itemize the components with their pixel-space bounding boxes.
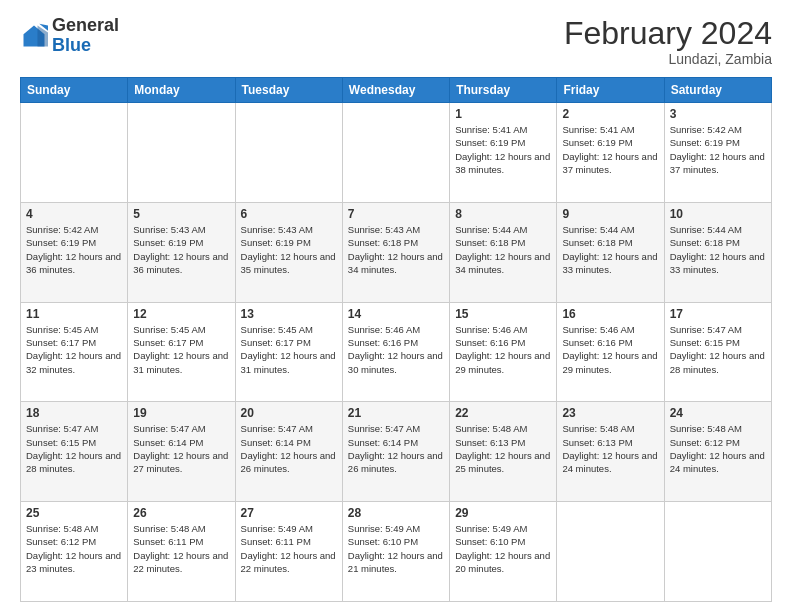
day-info: Sunrise: 5:43 AM Sunset: 6:19 PM Dayligh… [133, 223, 229, 276]
col-header-tuesday: Tuesday [235, 78, 342, 103]
day-number: 26 [133, 506, 229, 520]
day-number: 13 [241, 307, 337, 321]
day-cell: 9Sunrise: 5:44 AM Sunset: 6:18 PM Daylig… [557, 202, 664, 302]
day-info: Sunrise: 5:43 AM Sunset: 6:18 PM Dayligh… [348, 223, 444, 276]
title-block: February 2024 Lundazi, Zambia [564, 16, 772, 67]
logo: General Blue [20, 16, 119, 56]
day-number: 15 [455, 307, 551, 321]
day-number: 28 [348, 506, 444, 520]
day-cell: 25Sunrise: 5:48 AM Sunset: 6:12 PM Dayli… [21, 502, 128, 602]
day-number: 18 [26, 406, 122, 420]
day-cell: 12Sunrise: 5:45 AM Sunset: 6:17 PM Dayli… [128, 302, 235, 402]
day-cell: 23Sunrise: 5:48 AM Sunset: 6:13 PM Dayli… [557, 402, 664, 502]
day-info: Sunrise: 5:45 AM Sunset: 6:17 PM Dayligh… [26, 323, 122, 376]
header-row: SundayMondayTuesdayWednesdayThursdayFrid… [21, 78, 772, 103]
day-cell: 11Sunrise: 5:45 AM Sunset: 6:17 PM Dayli… [21, 302, 128, 402]
day-number: 17 [670, 307, 766, 321]
day-info: Sunrise: 5:45 AM Sunset: 6:17 PM Dayligh… [133, 323, 229, 376]
day-info: Sunrise: 5:49 AM Sunset: 6:10 PM Dayligh… [455, 522, 551, 575]
day-number: 9 [562, 207, 658, 221]
day-number: 6 [241, 207, 337, 221]
day-info: Sunrise: 5:42 AM Sunset: 6:19 PM Dayligh… [26, 223, 122, 276]
page: General Blue February 2024 Lundazi, Zamb… [0, 0, 792, 612]
day-number: 4 [26, 207, 122, 221]
day-info: Sunrise: 5:48 AM Sunset: 6:13 PM Dayligh… [562, 422, 658, 475]
day-cell [235, 103, 342, 203]
day-cell: 21Sunrise: 5:47 AM Sunset: 6:14 PM Dayli… [342, 402, 449, 502]
day-cell: 19Sunrise: 5:47 AM Sunset: 6:14 PM Dayli… [128, 402, 235, 502]
col-header-friday: Friday [557, 78, 664, 103]
day-number: 23 [562, 406, 658, 420]
day-cell: 2Sunrise: 5:41 AM Sunset: 6:19 PM Daylig… [557, 103, 664, 203]
day-cell [21, 103, 128, 203]
day-cell: 22Sunrise: 5:48 AM Sunset: 6:13 PM Dayli… [450, 402, 557, 502]
week-row-1: 1Sunrise: 5:41 AM Sunset: 6:19 PM Daylig… [21, 103, 772, 203]
logo-general: General [52, 15, 119, 35]
day-number: 27 [241, 506, 337, 520]
day-cell: 28Sunrise: 5:49 AM Sunset: 6:10 PM Dayli… [342, 502, 449, 602]
day-number: 22 [455, 406, 551, 420]
day-cell: 13Sunrise: 5:45 AM Sunset: 6:17 PM Dayli… [235, 302, 342, 402]
col-header-wednesday: Wednesday [342, 78, 449, 103]
day-info: Sunrise: 5:48 AM Sunset: 6:13 PM Dayligh… [455, 422, 551, 475]
day-cell: 20Sunrise: 5:47 AM Sunset: 6:14 PM Dayli… [235, 402, 342, 502]
day-cell: 6Sunrise: 5:43 AM Sunset: 6:19 PM Daylig… [235, 202, 342, 302]
col-header-saturday: Saturday [664, 78, 771, 103]
day-info: Sunrise: 5:41 AM Sunset: 6:19 PM Dayligh… [455, 123, 551, 176]
week-row-5: 25Sunrise: 5:48 AM Sunset: 6:12 PM Dayli… [21, 502, 772, 602]
day-number: 10 [670, 207, 766, 221]
day-info: Sunrise: 5:42 AM Sunset: 6:19 PM Dayligh… [670, 123, 766, 176]
month-title: February 2024 [564, 16, 772, 51]
day-number: 1 [455, 107, 551, 121]
day-cell: 27Sunrise: 5:49 AM Sunset: 6:11 PM Dayli… [235, 502, 342, 602]
day-cell: 29Sunrise: 5:49 AM Sunset: 6:10 PM Dayli… [450, 502, 557, 602]
day-number: 25 [26, 506, 122, 520]
day-cell: 3Sunrise: 5:42 AM Sunset: 6:19 PM Daylig… [664, 103, 771, 203]
day-info: Sunrise: 5:44 AM Sunset: 6:18 PM Dayligh… [670, 223, 766, 276]
day-number: 12 [133, 307, 229, 321]
day-number: 29 [455, 506, 551, 520]
day-info: Sunrise: 5:47 AM Sunset: 6:14 PM Dayligh… [348, 422, 444, 475]
day-cell: 4Sunrise: 5:42 AM Sunset: 6:19 PM Daylig… [21, 202, 128, 302]
logo-icon [20, 22, 48, 50]
day-info: Sunrise: 5:48 AM Sunset: 6:12 PM Dayligh… [26, 522, 122, 575]
col-header-monday: Monday [128, 78, 235, 103]
day-number: 7 [348, 207, 444, 221]
day-cell: 17Sunrise: 5:47 AM Sunset: 6:15 PM Dayli… [664, 302, 771, 402]
day-cell: 24Sunrise: 5:48 AM Sunset: 6:12 PM Dayli… [664, 402, 771, 502]
day-number: 21 [348, 406, 444, 420]
day-cell: 16Sunrise: 5:46 AM Sunset: 6:16 PM Dayli… [557, 302, 664, 402]
day-info: Sunrise: 5:46 AM Sunset: 6:16 PM Dayligh… [562, 323, 658, 376]
day-cell: 15Sunrise: 5:46 AM Sunset: 6:16 PM Dayli… [450, 302, 557, 402]
day-info: Sunrise: 5:47 AM Sunset: 6:15 PM Dayligh… [670, 323, 766, 376]
day-cell [128, 103, 235, 203]
day-number: 19 [133, 406, 229, 420]
day-number: 16 [562, 307, 658, 321]
logo-blue: Blue [52, 35, 91, 55]
day-cell [664, 502, 771, 602]
day-info: Sunrise: 5:46 AM Sunset: 6:16 PM Dayligh… [455, 323, 551, 376]
day-info: Sunrise: 5:49 AM Sunset: 6:11 PM Dayligh… [241, 522, 337, 575]
day-info: Sunrise: 5:47 AM Sunset: 6:14 PM Dayligh… [241, 422, 337, 475]
day-number: 14 [348, 307, 444, 321]
day-info: Sunrise: 5:48 AM Sunset: 6:12 PM Dayligh… [670, 422, 766, 475]
day-cell [557, 502, 664, 602]
week-row-3: 11Sunrise: 5:45 AM Sunset: 6:17 PM Dayli… [21, 302, 772, 402]
calendar-table: SundayMondayTuesdayWednesdayThursdayFrid… [20, 77, 772, 602]
week-row-4: 18Sunrise: 5:47 AM Sunset: 6:15 PM Dayli… [21, 402, 772, 502]
day-info: Sunrise: 5:44 AM Sunset: 6:18 PM Dayligh… [562, 223, 658, 276]
day-number: 8 [455, 207, 551, 221]
day-cell: 14Sunrise: 5:46 AM Sunset: 6:16 PM Dayli… [342, 302, 449, 402]
day-cell: 1Sunrise: 5:41 AM Sunset: 6:19 PM Daylig… [450, 103, 557, 203]
day-cell: 8Sunrise: 5:44 AM Sunset: 6:18 PM Daylig… [450, 202, 557, 302]
location-subtitle: Lundazi, Zambia [564, 51, 772, 67]
day-number: 5 [133, 207, 229, 221]
day-cell [342, 103, 449, 203]
day-number: 20 [241, 406, 337, 420]
day-info: Sunrise: 5:48 AM Sunset: 6:11 PM Dayligh… [133, 522, 229, 575]
day-number: 11 [26, 307, 122, 321]
day-info: Sunrise: 5:47 AM Sunset: 6:15 PM Dayligh… [26, 422, 122, 475]
day-number: 24 [670, 406, 766, 420]
day-cell: 7Sunrise: 5:43 AM Sunset: 6:18 PM Daylig… [342, 202, 449, 302]
day-info: Sunrise: 5:46 AM Sunset: 6:16 PM Dayligh… [348, 323, 444, 376]
